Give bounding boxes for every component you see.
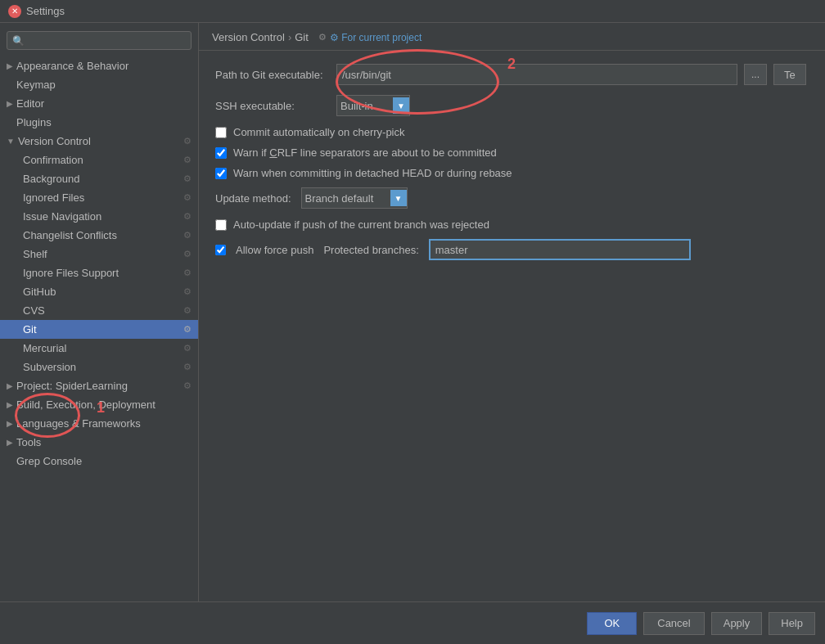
expand-arrow: ▶ — [7, 61, 13, 70]
auto-update-row: Auto-update if push of the current branc… — [215, 218, 809, 231]
sidebar-item-github[interactable]: GitHub ⚙ — [0, 282, 198, 301]
sidebar-item-build[interactable]: ▶ Build, Execution, Deployment — [0, 395, 198, 414]
git-path-row: Path to Git executable: ... Te — [215, 64, 809, 85]
protected-branches-input[interactable] — [429, 239, 691, 260]
detached-checkbox[interactable] — [215, 168, 227, 179]
detached-row: Warn when committing in detached HEAD or… — [215, 167, 809, 179]
sidebar-item-label: Shelf — [23, 248, 47, 260]
settings-icon: ⚙ — [183, 343, 192, 354]
settings-icon: ⚙ — [183, 192, 192, 203]
apply-button[interactable]: Apply — [711, 612, 763, 635]
force-push-row: Allow force push Protected branches: — [215, 239, 809, 260]
content-area: Version Control › Git ⚙ ⚙ For current pr… — [199, 23, 825, 601]
force-push-checkbox[interactable] — [215, 245, 226, 255]
auto-update-checkbox[interactable] — [215, 219, 227, 231]
auto-update-label: Auto-update if push of the current branc… — [233, 218, 489, 231]
search-box[interactable]: 🔍 — [7, 31, 192, 50]
settings-icon: ⚙ — [183, 268, 192, 278]
ssh-dropdown[interactable]: Built-in ▼ — [336, 95, 410, 116]
sidebar-item-label: Appearance & Behavior — [16, 60, 128, 72]
sidebar-item-label: Ignored Files — [23, 191, 84, 204]
sidebar-item-languages[interactable]: ▶ Languages & Frameworks — [0, 414, 198, 433]
sidebar-item-label: Plugins — [16, 116, 52, 128]
sidebar-item-mercurial[interactable]: Mercurial ⚙ — [0, 339, 198, 358]
sidebar-item-label: Project: SpiderLearning — [16, 380, 128, 392]
sidebar-item-keymap[interactable]: ▶ Keymap — [0, 75, 198, 94]
sidebar-item-label: Subversion — [23, 361, 76, 373]
browse-button[interactable]: ... — [744, 64, 767, 85]
search-input[interactable] — [28, 34, 186, 47]
expand-arrow: ▼ — [7, 137, 15, 146]
sidebar-item-ignored-files[interactable]: Ignored Files ⚙ — [0, 188, 198, 207]
cherry-pick-checkbox[interactable] — [215, 127, 227, 138]
sidebar-item-confirmation[interactable]: Confirmation ⚙ — [0, 151, 198, 169]
sidebar: 🔍 ▶ Appearance & Behavior ▶ Keymap ▶ Edi… — [0, 23, 199, 601]
expand-arrow: ▶ — [7, 381, 13, 390]
sidebar-item-label: Editor — [16, 97, 44, 110]
sidebar-item-label: Background — [23, 173, 79, 185]
settings-icon: ⚙ — [183, 155, 192, 165]
settings-icon: ⚙ — [183, 249, 192, 259]
sidebar-item-label: Ignore Files Support — [23, 267, 119, 279]
sidebar-item-background[interactable]: Background ⚙ — [0, 169, 198, 188]
ssh-dropdown-value: Built-in — [340, 100, 373, 112]
sidebar-item-label: CVS — [23, 304, 45, 317]
git-path-label: Path to Git executable: — [215, 69, 330, 81]
cherry-pick-row: Commit automatically on cherry-pick — [215, 126, 809, 138]
breadcrumb-project-link[interactable]: ⚙ For current project — [330, 32, 422, 43]
window-close-icon[interactable]: ✕ — [8, 5, 21, 18]
test-button[interactable]: Te — [773, 64, 806, 85]
sidebar-item-issue-navigation[interactable]: Issue Navigation ⚙ — [0, 207, 198, 226]
detached-label: Warn when committing in detached HEAD or… — [233, 167, 512, 179]
settings-icon: ⚙ — [183, 173, 192, 184]
update-method-label: Update method: — [215, 192, 291, 205]
sidebar-item-subversion[interactable]: Subversion ⚙ — [0, 358, 198, 376]
sidebar-item-changelist-conflicts[interactable]: Changelist Conflicts ⚙ — [0, 226, 198, 245]
sidebar-item-appearance[interactable]: ▶ Appearance & Behavior — [0, 56, 198, 75]
sidebar-item-git[interactable]: Git ⚙ — [0, 320, 198, 339]
settings-icon: ⚙ — [183, 324, 192, 335]
settings-icon: ⚙ — [183, 136, 192, 146]
update-method-dropdown[interactable]: Branch default ▼ — [301, 187, 408, 209]
search-icon: 🔍 — [12, 35, 25, 47]
breadcrumb-icon: ⚙ — [318, 32, 327, 43]
sidebar-item-label: Changelist Conflicts — [23, 229, 117, 241]
sidebar-item-ignore-files-support[interactable]: Ignore Files Support ⚙ — [0, 263, 198, 282]
help-button[interactable]: Help — [769, 612, 815, 635]
update-method-value: Branch default — [305, 192, 374, 205]
sidebar-item-project[interactable]: ▶ Project: SpiderLearning ⚙ — [0, 376, 198, 395]
sidebar-item-label: Grep Console — [16, 455, 82, 467]
force-push-label: Allow force push — [236, 244, 313, 256]
sidebar-item-shelf[interactable]: Shelf ⚙ — [0, 245, 198, 263]
breadcrumb-git: Git — [295, 31, 309, 43]
breadcrumb: Version Control › Git ⚙ ⚙ For current pr… — [199, 23, 825, 51]
sidebar-item-editor[interactable]: ▶ Editor — [0, 94, 198, 113]
ssh-row: SSH executable: Built-in ▼ — [215, 95, 809, 116]
sidebar-item-label: Languages & Frameworks — [16, 417, 141, 430]
expand-arrow: ▶ — [7, 400, 13, 409]
sidebar-item-tools[interactable]: ▶ Tools — [0, 433, 198, 452]
sidebar-item-label: Version Control — [18, 135, 91, 147]
sidebar-item-cvs[interactable]: CVS ⚙ — [0, 301, 198, 320]
ok-button[interactable]: OK — [587, 612, 637, 635]
breadcrumb-separator: › — [288, 31, 291, 43]
sidebar-item-label: Keymap — [16, 79, 56, 91]
git-settings-panel: Path to Git executable: ... Te SSH execu… — [199, 51, 825, 281]
sidebar-item-plugins[interactable]: ▶ Plugins — [0, 113, 198, 132]
sidebar-item-grep-console[interactable]: ▶ Grep Console — [0, 452, 198, 471]
settings-icon: ⚙ — [183, 381, 192, 391]
sidebar-item-version-control[interactable]: ▼ Version Control ⚙ — [0, 132, 198, 151]
crlf-checkbox[interactable] — [215, 147, 227, 159]
ssh-label: SSH executable: — [215, 100, 330, 112]
cherry-pick-label: Commit automatically on cherry-pick — [233, 126, 405, 138]
update-method-row: Update method: Branch default ▼ — [215, 187, 809, 209]
git-path-input[interactable] — [336, 64, 737, 85]
settings-icon: ⚙ — [183, 305, 192, 316]
cancel-button[interactable]: Cancel — [643, 612, 704, 635]
expand-arrow: ▶ — [7, 419, 13, 428]
breadcrumb-version-control: Version Control — [212, 31, 285, 43]
settings-icon: ⚙ — [183, 362, 192, 372]
sidebar-item-label: Build, Execution, Deployment — [16, 399, 156, 411]
sidebar-item-label: Issue Navigation — [23, 210, 101, 223]
sidebar-item-label: Mercurial — [23, 342, 66, 354]
